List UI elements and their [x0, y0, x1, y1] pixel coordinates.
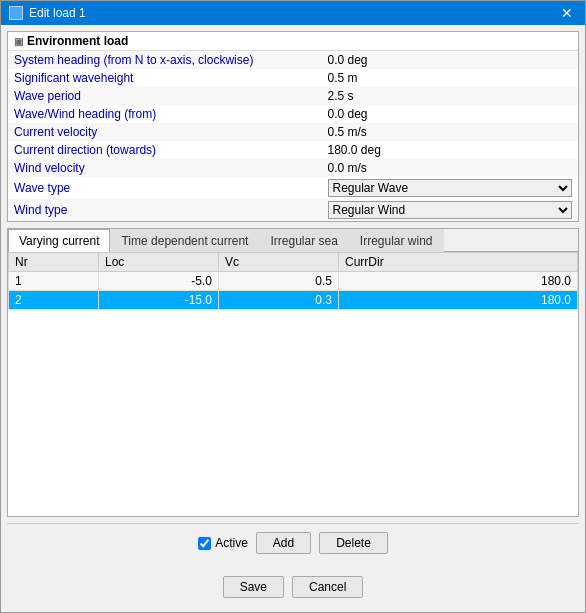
main-window: Edit load 1 ✕ ▣ Environment load System …: [0, 0, 586, 613]
section-header: ▣ Environment load: [8, 32, 578, 51]
col-header-nr: Nr: [9, 253, 99, 272]
cancel-button[interactable]: Cancel: [292, 576, 363, 598]
window-icon: [9, 6, 23, 20]
close-button[interactable]: ✕: [557, 5, 577, 21]
cell-vc-1: 0.3: [219, 291, 339, 310]
prop-label-8: Wind type: [8, 199, 322, 221]
save-button[interactable]: Save: [223, 576, 284, 598]
tab-varying-current[interactable]: Varying current: [8, 229, 110, 252]
prop-value-0: 0.0 deg: [322, 51, 579, 69]
collapse-icon[interactable]: ▣: [14, 36, 23, 47]
prop-label-2: Wave period: [8, 87, 322, 105]
add-button[interactable]: Add: [256, 532, 311, 554]
active-checkbox-label[interactable]: Active: [198, 536, 248, 550]
prop-label-4: Current velocity: [8, 123, 322, 141]
prop-label-6: Wind velocity: [8, 159, 322, 177]
footer-actions: Active Add Delete: [7, 523, 579, 562]
prop-value-1: 0.5 m: [322, 69, 579, 87]
tab-time-dependent[interactable]: Time dependent current: [110, 229, 259, 252]
delete-button[interactable]: Delete: [319, 532, 388, 554]
cell-nr-0: 1: [9, 272, 99, 291]
title-bar: Edit load 1 ✕: [1, 1, 585, 25]
cell-loc-0: -5.0: [99, 272, 219, 291]
table-row[interactable]: 1-5.00.5180.0: [9, 272, 578, 291]
cell-nr-1: 2: [9, 291, 99, 310]
prop-value-7[interactable]: Regular WaveIrregular Wave: [322, 177, 579, 199]
prop-label-0: System heading (from N to x-axis, clockw…: [8, 51, 322, 69]
window-title: Edit load 1: [29, 6, 86, 20]
prop-label-5: Current direction (towards): [8, 141, 322, 159]
prop-value-8[interactable]: Regular WindIrregular Wind: [322, 199, 579, 221]
col-header-vc: Vc: [219, 253, 339, 272]
cell-vc-0: 0.5: [219, 272, 339, 291]
prop-label-3: Wave/Wind heading (from): [8, 105, 322, 123]
cell-currdir-1: 180.0: [339, 291, 578, 310]
active-label: Active: [215, 536, 248, 550]
data-table: NrLocVcCurrDir 1-5.00.5180.02-15.00.3180…: [8, 252, 578, 310]
prop-label-7: Wave type: [8, 177, 322, 199]
prop-select-7[interactable]: Regular WaveIrregular Wave: [328, 179, 573, 197]
prop-value-3: 0.0 deg: [322, 105, 579, 123]
tab-bar: Varying currentTime dependent currentIrr…: [8, 229, 578, 252]
tab-irregular-sea[interactable]: Irregular sea: [259, 229, 348, 252]
active-checkbox[interactable]: [198, 537, 211, 550]
bottom-section: Varying currentTime dependent currentIrr…: [7, 228, 579, 517]
property-table: System heading (from N to x-axis, clockw…: [8, 51, 578, 221]
main-content: ▣ Environment load System heading (from …: [1, 25, 585, 612]
col-header-currdir: CurrDir: [339, 253, 578, 272]
environment-load-section: ▣ Environment load System heading (from …: [7, 31, 579, 222]
cell-currdir-0: 180.0: [339, 272, 578, 291]
prop-value-4: 0.5 m/s: [322, 123, 579, 141]
tab-content: NrLocVcCurrDir 1-5.00.5180.02-15.00.3180…: [8, 252, 578, 516]
prop-value-2: 2.5 s: [322, 87, 579, 105]
footer-bottom: Save Cancel: [7, 568, 579, 606]
cell-loc-1: -15.0: [99, 291, 219, 310]
col-header-loc: Loc: [99, 253, 219, 272]
section-title: Environment load: [27, 34, 128, 48]
table-row[interactable]: 2-15.00.3180.0: [9, 291, 578, 310]
prop-value-5: 180.0 deg: [322, 141, 579, 159]
prop-label-1: Significant waveheight: [8, 69, 322, 87]
tab-irregular-wind[interactable]: Irregular wind: [349, 229, 444, 252]
prop-select-8[interactable]: Regular WindIrregular Wind: [328, 201, 573, 219]
prop-value-6: 0.0 m/s: [322, 159, 579, 177]
